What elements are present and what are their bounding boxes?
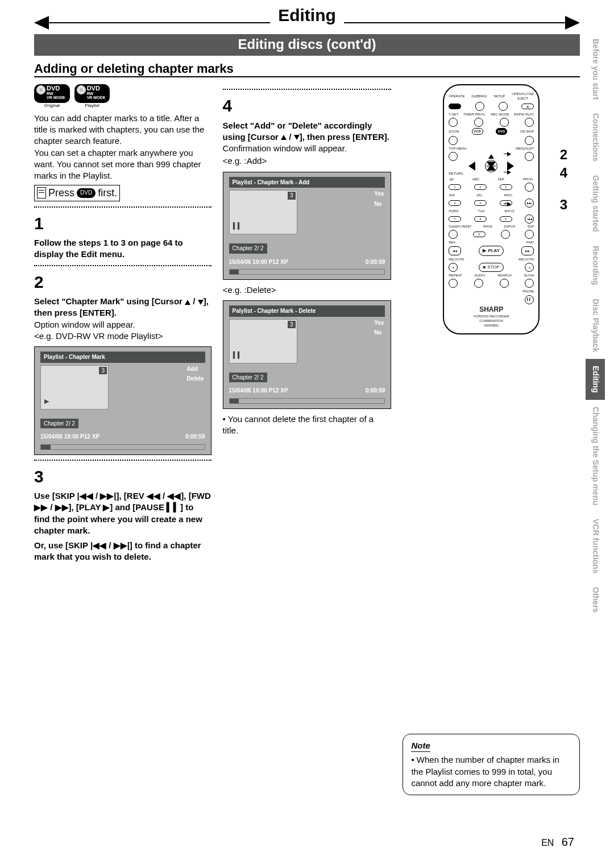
remote-brand: SHARP <box>479 305 503 314</box>
step-3-number: 3 <box>34 465 211 489</box>
osd-chapter-add: Playlist - Chapter Mark - Add 3 ▍▍ Yes N… <box>223 172 392 280</box>
note-icon <box>37 187 46 199</box>
remote-control: OPERATE DUBBING SETUP OPEN/CLOSEEJECT ⏏ … <box>443 84 540 334</box>
pause-state-icon: ▍▍ <box>233 222 242 230</box>
remote-fwd-btn: ▶▶ <box>521 246 534 255</box>
cursor-up-icon <box>185 300 190 305</box>
remote-skip-prev-btn: |◀◀ <box>525 214 534 224</box>
step-1-number: 1 <box>34 212 211 235</box>
step-2-example-label: <e.g. DVD-RW VR mode Playlist> <box>34 330 211 342</box>
step-4-note: You cannot delete the first chapter of a… <box>223 414 392 437</box>
play-state-icon: ▶ <box>44 397 49 406</box>
section-banner: Editing discs (cont'd) <box>34 34 580 56</box>
step-4-title: Select "Add" or "Delete" accordingly usi… <box>223 120 392 143</box>
remote-enter-btn: ENTER <box>485 160 497 172</box>
dvd-badge-playlist: DVD RW VR MODE Playlist <box>74 84 110 109</box>
add-example-label: <e.g. :Add> <box>223 155 392 167</box>
remote-model: VCR/DVD RECORDER COMBINATION N9200ED <box>474 314 509 328</box>
column-left: DVD RW VR MODE Original DVD RW VR MODE P… <box>34 84 211 795</box>
callout-3: 3 <box>560 196 567 214</box>
step-2-title: Select "Chapter Mark" using [Cursor / ],… <box>34 296 211 319</box>
osd-option-add: Add <box>187 365 204 373</box>
step-4-desc: Confirmation window will appear. <box>223 143 392 154</box>
tab-changing-setup-menu: Changing the Setup menu <box>586 400 605 512</box>
remote-pause-btn: ▍▍ <box>525 295 534 304</box>
intro-text-1: You can add chapter marks to a title. Af… <box>34 113 211 147</box>
pause-state-icon: ▍▍ <box>233 351 242 359</box>
note-box: Note When the number of chapter marks in… <box>403 734 580 795</box>
remote-play-btn: ▶ PLAY <box>479 246 504 256</box>
remote-eject-btn: ⏏ <box>521 104 534 109</box>
tab-recording: Recording <box>586 239 605 292</box>
remote-rec-vcr-btn: ● <box>449 263 458 272</box>
remote-dubbing-btn <box>475 102 484 111</box>
dvd-badge-original: DVD RW VR MODE Original <box>34 84 70 109</box>
section-title: Adding or deleting chapter marks <box>34 61 580 77</box>
remote-rec-dvd-btn: ● <box>525 263 534 272</box>
remote-vcr-btn: VCR <box>472 128 483 135</box>
chapter-banner: Editing <box>34 16 580 30</box>
osd-option-no: No <box>374 200 384 208</box>
delete-example-label: <e.g. :Delete> <box>223 284 392 296</box>
step-4-number: 4 <box>223 94 392 118</box>
osd-option-yes: Yes <box>374 190 384 198</box>
press-dvd-first: Press DVD first. <box>34 185 120 201</box>
step-3-text-b: Or, use [SKIP |◀◀ / ▶▶|] to find a chapt… <box>34 540 211 563</box>
tab-connections: Connections <box>586 106 605 168</box>
osd-option-delete: Delete <box>187 375 204 383</box>
dvd-pill-icon: DVD <box>77 188 96 198</box>
step-3-text-a: Use [SKIP |◀◀ / ▶▶|], [REV ◀◀ / ◀◀], [FW… <box>34 490 211 536</box>
column-right: OPERATE DUBBING SETUP OPEN/CLOSEEJECT ⏏ … <box>403 84 580 795</box>
step-2-desc: Option window will appear. <box>34 319 211 330</box>
osd-chapter-mark: Playlist - Chapter Mark 3 ▶ Add Delete C… <box>34 346 211 455</box>
osd-chapter-delete: Palylist - Chapter Mark - Delete 3 ▍▍ Ye… <box>223 300 392 409</box>
cursor-down-icon <box>198 300 204 305</box>
column-middle: 4 Select "Add" or "Delete" accordingly u… <box>223 84 392 795</box>
chapter-title: Editing <box>270 6 344 25</box>
callout-4: 4 <box>560 164 567 182</box>
remote-operate-btn <box>449 104 461 109</box>
remote-dvd-btn: DVD <box>496 128 507 135</box>
tab-editing: Editing <box>586 359 605 399</box>
remote-rev-btn: ◀◀ <box>449 246 461 255</box>
tab-before-you-start: Before you start <box>586 32 605 106</box>
intro-text-2: You can set a chapter mark anywhere you … <box>34 147 211 182</box>
step-2-number: 2 <box>34 271 211 294</box>
tab-disc-playback: Disc Playback <box>586 292 605 359</box>
tab-others: Others <box>586 580 605 619</box>
note-text: When the number of chapter marks in the … <box>411 754 571 789</box>
callout-2: 2 <box>560 146 567 164</box>
cursor-down-icon <box>294 135 300 140</box>
remote-stop-btn: ■ STOP <box>479 263 504 272</box>
osd-option-yes: Yes <box>374 319 384 327</box>
step-1-text: Follow the steps 1 to 3 on page 64 to di… <box>34 237 211 261</box>
page-footer: EN 67 <box>541 836 574 849</box>
cursor-up-icon <box>281 135 287 140</box>
tab-getting-started: Getting started <box>586 168 605 239</box>
section-tabs: Before you start Connections Getting sta… <box>586 32 605 620</box>
osd-option-no: No <box>374 329 384 337</box>
note-heading: Note <box>411 740 430 752</box>
remote-dpad: ENTER <box>468 164 514 168</box>
tab-vcr-functions: VCR functions <box>586 512 605 580</box>
remote-setup-btn <box>499 102 508 111</box>
